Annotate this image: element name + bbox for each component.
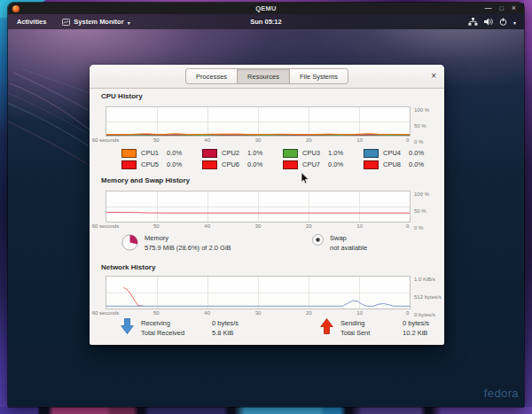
cpu-y-axis: 100 % 50 % 0 %	[414, 106, 455, 145]
swap-label: Swap	[330, 233, 367, 243]
cpu-x-axis: 60 seconds 50 40 30 20 10 0	[106, 137, 411, 145]
memory-history-title: Memory and Swap History	[101, 176, 190, 184]
system-monitor-icon	[62, 19, 70, 26]
cpu5-swatch	[121, 160, 137, 169]
mouse-cursor	[301, 172, 309, 185]
sending-legend-item: Sending Total Sent 0 bytes/s 10.2 KiB	[320, 318, 429, 338]
receiving-legend-item: Receiving Total Received 0 bytes/s 5.8 K…	[121, 318, 239, 338]
cpu-history-title: CPU History	[101, 92, 143, 100]
cpu-legend-item: CPU40.0%	[364, 148, 444, 158]
app-menu[interactable]: System Monitor ▾	[55, 14, 137, 29]
memory-label: Memory	[145, 233, 231, 243]
total-received-label: Total Received	[141, 328, 196, 338]
cpu-legend-item: CPU21.0%	[202, 148, 283, 158]
receiving-line	[106, 301, 410, 306]
cpu-legend-item: CPU70.0%	[283, 160, 364, 169]
total-received-value: 5.8 KiB	[212, 328, 239, 338]
network-y-axis: 1.0 KiB/s 512 bytes/s 0 bytes/s	[414, 276, 455, 317]
memory-history-chart: 100 % 50 % 0 % 60 seconds 50 40 30 20 10…	[106, 191, 411, 230]
swap-value: not available	[330, 243, 367, 253]
close-button[interactable]: ×	[512, 4, 516, 12]
cpu-legend-item: CPU60.0%	[202, 160, 283, 169]
network-history-title: Network History	[101, 263, 155, 271]
volume-icon	[484, 18, 493, 26]
chevron-down-icon: ▾	[513, 20, 516, 26]
swap-legend-item: Swap not available	[311, 233, 367, 253]
host-wallpaper-bottom	[0, 407, 532, 414]
total-sent-label: Total Sent	[340, 328, 383, 338]
tab-processes[interactable]: Processes	[185, 68, 238, 84]
sending-line	[124, 287, 144, 306]
view-tabs: Processes Resources File Systems	[185, 68, 348, 84]
cpu2-swatch	[202, 149, 217, 158]
maximize-button[interactable]: □	[500, 5, 504, 12]
desktop: QEMU — □ × Activities	[0, 0, 532, 414]
swap-pie-icon	[311, 233, 325, 246]
chevron-down-icon: ▾	[128, 20, 130, 26]
host-wallpaper-right	[524, 0, 532, 414]
app-menu-label: System Monitor	[74, 18, 123, 26]
cpu6-swatch	[202, 160, 217, 169]
receiving-value: 0 bytes/s	[212, 318, 239, 328]
memory-value: 575.9 MiB (28.6%) of 2.0 GiB	[145, 243, 231, 253]
network-history-chart: 1.0 KiB/s 512 bytes/s 0 bytes/s 60 secon…	[106, 276, 411, 317]
network-legend: Receiving Total Received 0 bytes/s 5.8 K…	[121, 318, 444, 341]
total-sent-value: 10.2 KiB	[403, 328, 429, 338]
gnome-top-bar: Activities System Monitor ▾ Sun 05:12	[8, 14, 524, 29]
minimize-button[interactable]: —	[485, 4, 492, 12]
memory-x-axis: 60 seconds 50 40 30 20 10 0	[106, 223, 411, 230]
sending-value: 0 bytes/s	[403, 318, 429, 328]
cpu-history-chart: 100 % 50 % 0 % 60 seconds 50 40 30 20 10…	[106, 106, 411, 145]
cpu-legend-item: CPU80.0%	[364, 160, 444, 169]
memory-line	[106, 212, 410, 213]
cpu1-swatch	[121, 149, 137, 158]
network-icon	[468, 18, 478, 26]
cpu-legend: CPU10.0% CPU21.0% CPU31.0% CPU40.0% CPU5…	[121, 148, 444, 169]
window-close-icon[interactable]: ×	[431, 72, 436, 81]
cpu-legend-item: CPU50.0%	[121, 160, 202, 169]
qemu-window-title: QEMU	[8, 4, 524, 12]
fedora-watermark: fedora	[484, 387, 519, 400]
download-arrow-icon	[121, 318, 134, 335]
qemu-titlebar[interactable]: QEMU — □ ×	[8, 3, 524, 14]
receiving-label: Receiving	[141, 318, 196, 328]
system-tray[interactable]: ▾	[468, 14, 524, 29]
cpu7-swatch	[283, 160, 298, 169]
cpu4-swatch	[364, 149, 379, 158]
tab-resources[interactable]: Resources	[237, 68, 290, 84]
sending-label: Sending	[340, 318, 383, 328]
activities-button[interactable]: Activities	[8, 14, 55, 29]
cpu8-swatch	[364, 160, 379, 169]
cpu-legend-item: CPU10.0%	[121, 148, 202, 158]
network-x-axis: 60 seconds 50 40 30 20 10 0	[106, 309, 411, 317]
guest-screen: Activities System Monitor ▾ Sun 05:12	[8, 14, 524, 407]
qemu-window: QEMU — □ × Activities	[7, 2, 525, 408]
cpu3-swatch	[283, 149, 298, 158]
power-icon	[499, 18, 507, 26]
header-bar[interactable]: Processes Resources File Systems ×	[90, 65, 444, 89]
memory-y-axis: 100 % 50 % 0 %	[414, 191, 455, 230]
memory-pie-icon	[121, 233, 139, 252]
resources-view: CPU History	[90, 88, 444, 345]
memory-legend: Memory 575.9 MiB (28.6%) of 2.0 GiB Swap	[121, 233, 444, 256]
cpu-legend-item: CPU31.0%	[283, 148, 364, 158]
tab-file-systems[interactable]: File Systems	[289, 68, 348, 84]
memory-legend-item: Memory 575.9 MiB (28.6%) of 2.0 GiB	[121, 233, 231, 253]
system-monitor-window: Processes Resources File Systems × CPU H…	[90, 65, 444, 345]
upload-arrow-icon	[320, 318, 333, 335]
